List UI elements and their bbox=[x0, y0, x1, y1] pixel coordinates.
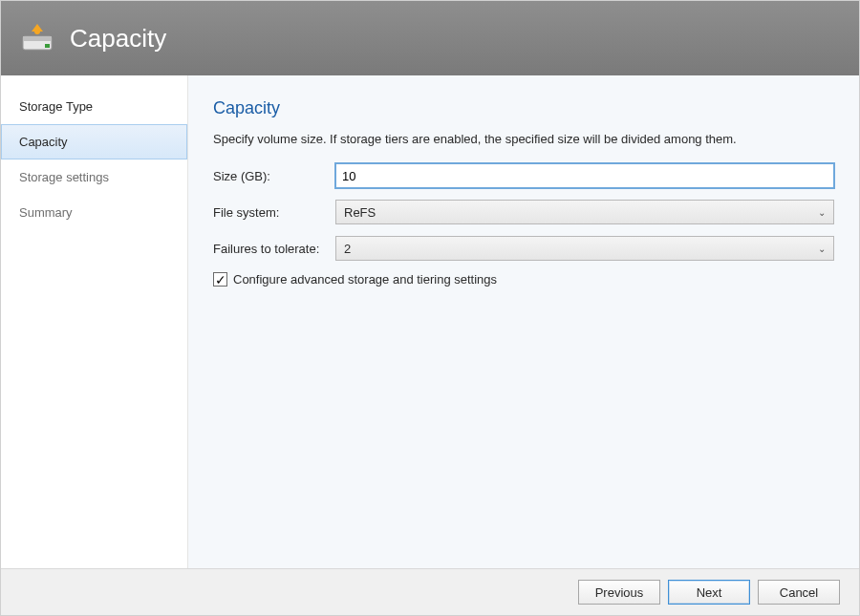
chevron-down-icon: ⌄ bbox=[818, 207, 826, 218]
wizard-steps-sidebar: Storage Type Capacity Storage settings S… bbox=[1, 75, 188, 568]
sidebar-item-capacity[interactable]: Capacity bbox=[1, 124, 187, 159]
cancel-button[interactable]: Cancel bbox=[758, 580, 840, 605]
wizard-body: Storage Type Capacity Storage settings S… bbox=[1, 75, 859, 569]
failures-dropdown[interactable]: 2 ⌄ bbox=[335, 236, 834, 261]
sidebar-item-label: Summary bbox=[19, 205, 73, 220]
filesystem-value: ReFS bbox=[344, 205, 376, 220]
sidebar-item-storage-settings[interactable]: Storage settings bbox=[1, 159, 187, 195]
filesystem-label: File system: bbox=[213, 205, 335, 220]
svg-point-3 bbox=[34, 29, 40, 34]
failures-value: 2 bbox=[344, 242, 351, 256]
next-button[interactable]: Next bbox=[668, 580, 750, 605]
chevron-down-icon: ⌄ bbox=[818, 244, 826, 254]
failures-row: Failures to tolerate: 2 ⌄ bbox=[213, 236, 834, 261]
storage-icon bbox=[20, 22, 58, 54]
sidebar-item-label: Storage Type bbox=[19, 99, 93, 114]
page-heading: Capacity bbox=[213, 98, 834, 118]
advanced-settings-label: Configure advanced storage and tiering s… bbox=[233, 272, 497, 287]
previous-button[interactable]: Previous bbox=[578, 580, 660, 605]
page-description: Specify volume size. If storage tiers ar… bbox=[213, 132, 834, 146]
failures-label: Failures to tolerate: bbox=[213, 242, 335, 256]
check-icon: ✓ bbox=[215, 273, 226, 287]
sidebar-item-label: Capacity bbox=[19, 135, 68, 149]
advanced-settings-row: ✓ Configure advanced storage and tiering… bbox=[213, 272, 834, 287]
wizard-header: Capacity bbox=[1, 1, 859, 75]
wizard-footer: Previous Next Cancel bbox=[1, 569, 859, 615]
sidebar-item-label: Storage settings bbox=[19, 170, 109, 184]
size-input[interactable] bbox=[335, 163, 834, 188]
svg-rect-1 bbox=[23, 36, 52, 41]
filesystem-dropdown[interactable]: ReFS ⌄ bbox=[335, 200, 834, 224]
size-row: Size (GB): bbox=[213, 163, 834, 188]
filesystem-row: File system: ReFS ⌄ bbox=[213, 200, 834, 224]
advanced-settings-checkbox[interactable]: ✓ bbox=[213, 272, 227, 287]
wizard-main-panel: Capacity Specify volume size. If storage… bbox=[188, 75, 859, 568]
sidebar-item-storage-type[interactable]: Storage Type bbox=[1, 89, 187, 124]
sidebar-item-summary[interactable]: Summary bbox=[1, 195, 187, 230]
size-label: Size (GB): bbox=[213, 169, 335, 183]
svg-rect-2 bbox=[45, 44, 50, 48]
wizard-title: Capacity bbox=[70, 24, 166, 53]
